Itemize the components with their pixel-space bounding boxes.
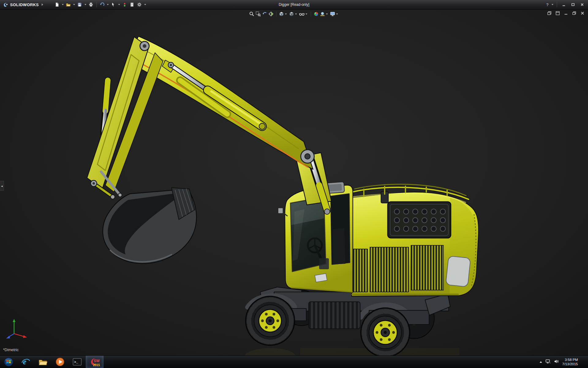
zoom-to-area-button[interactable] — [255, 11, 261, 17]
edit-appearance-ball-icon — [314, 11, 319, 17]
taskbar-clock[interactable]: 3:58 PM 7/13/2015 — [562, 358, 578, 366]
display-style-button[interactable] — [289, 11, 298, 17]
toolbar-separator — [96, 2, 97, 7]
rebuild-button[interactable] — [121, 1, 128, 8]
select-dropdown-caret-icon[interactable] — [118, 4, 120, 5]
view-orientation-button[interactable] — [279, 11, 288, 17]
taskbar-item-command-prompt[interactable]: >_ — [69, 356, 86, 368]
taskbar-item-file-explorer[interactable] — [34, 356, 51, 368]
model-canvas[interactable] — [0, 9, 588, 356]
rear-wheel — [361, 308, 410, 356]
bucket — [103, 188, 197, 263]
section-view-icon — [269, 11, 274, 17]
solidworks-app-icon: SW 2015 — [89, 357, 100, 367]
display-style-caret-icon[interactable] — [295, 13, 297, 15]
print-icon — [89, 2, 93, 7]
maximize-icon — [571, 3, 575, 6]
view-orientation-caret-icon[interactable] — [285, 13, 287, 15]
maximize-button[interactable] — [569, 2, 577, 8]
new-dropdown-caret-icon[interactable] — [62, 4, 64, 5]
zoom-to-fit-button[interactable] — [249, 11, 255, 17]
window-title: Digger [Read-only] — [279, 2, 309, 7]
clock-time: 3:58 PM — [562, 358, 578, 362]
start-button[interactable] — [0, 356, 17, 368]
tile-window-button[interactable] — [555, 10, 561, 16]
select-cursor-icon — [111, 2, 116, 7]
file-explorer-icon — [38, 358, 47, 366]
close-document-icon — [580, 11, 585, 15]
reference-triad — [5, 316, 29, 340]
options-gear-icon — [137, 2, 142, 7]
save-dropdown-caret-icon[interactable] — [85, 4, 86, 5]
select-button[interactable] — [110, 1, 117, 8]
toolbar-separator — [311, 11, 311, 17]
display-style-cube-icon — [289, 11, 294, 17]
new-document-button[interactable] — [54, 1, 61, 8]
taskbar-item-solidworks-2015[interactable]: SW 2015 — [86, 356, 104, 368]
minimize-button[interactable] — [560, 2, 568, 8]
open-button[interactable] — [65, 1, 72, 8]
restore-document-button[interactable] — [571, 10, 577, 16]
apply-scene-icon — [320, 11, 325, 17]
cascade-window-icon — [547, 11, 552, 15]
section-view-button[interactable] — [268, 11, 274, 17]
close-button[interactable] — [578, 2, 586, 8]
app-logo: SOLIDWORKS — [0, 2, 46, 8]
taskbar-item-media-player[interactable] — [51, 356, 69, 368]
media-player-icon — [55, 357, 65, 366]
x-axis-red — [14, 334, 27, 338]
help-dropdown-caret-icon[interactable] — [552, 4, 553, 5]
engine-hatch — [388, 202, 451, 238]
svg-text:2015: 2015 — [93, 363, 100, 367]
undo-button[interactable] — [99, 1, 106, 8]
options-dropdown-caret-icon[interactable] — [144, 4, 146, 5]
view-orientation-label: *Dimetric — [3, 348, 19, 352]
solidworks-window: SOLIDWORKS — [0, 0, 588, 368]
save-icon — [77, 2, 82, 7]
brand-name: SOLIDWORKS — [10, 2, 39, 7]
show-hidden-icons-button[interactable] — [540, 361, 542, 363]
tile-window-icon — [556, 11, 560, 15]
window-controls: ? — [545, 2, 588, 8]
close-document-button[interactable] — [579, 10, 586, 16]
open-dropdown-caret-icon[interactable] — [73, 4, 75, 5]
apply-scene-caret-icon[interactable] — [326, 13, 328, 15]
file-properties-button[interactable] — [129, 1, 136, 8]
file-properties-icon — [130, 2, 134, 7]
volume-tray-icon[interactable] — [554, 359, 559, 365]
toolbar-separator — [557, 2, 557, 7]
y-axis-green — [13, 319, 16, 334]
svg-text:>_: >_ — [74, 360, 78, 364]
graphics-area[interactable]: ◂ — [0, 9, 588, 356]
new-document-icon — [55, 2, 59, 7]
taskbar-item-internet-explorer[interactable]: e — [17, 356, 34, 368]
panel-collapse-tab[interactable]: ◂ — [0, 181, 4, 191]
print-button[interactable] — [88, 1, 95, 8]
windows-taskbar: e >_ SW 2015 — [0, 355, 588, 368]
zoom-to-fit-icon — [249, 11, 254, 17]
clock-date: 7/13/2015 — [562, 362, 578, 366]
undo-dropdown-caret-icon[interactable] — [107, 4, 109, 5]
front-wheel — [246, 296, 295, 345]
hide-show-items-button[interactable] — [299, 11, 309, 17]
minimize-document-icon — [564, 11, 568, 15]
apply-scene-button[interactable] — [320, 11, 329, 17]
previous-view-button[interactable] — [262, 11, 268, 17]
hide-show-caret-icon[interactable] — [306, 13, 307, 15]
dassault-3ds-icon — [2, 2, 9, 8]
open-folder-icon — [66, 2, 71, 7]
minimize-document-button[interactable] — [563, 10, 569, 16]
view-settings-caret-icon[interactable] — [336, 13, 338, 15]
options-button[interactable] — [136, 1, 143, 8]
command-prompt-icon: >_ — [73, 358, 82, 366]
system-tray: 3:58 PM 7/13/2015 — [540, 356, 588, 368]
hide-show-glasses-icon — [299, 11, 305, 17]
view-orientation-cube-icon — [279, 11, 284, 17]
view-settings-button[interactable] — [330, 11, 339, 17]
cascade-window-button[interactable] — [546, 10, 552, 16]
save-button[interactable] — [76, 1, 83, 8]
edit-appearance-button[interactable] — [313, 11, 319, 17]
help-button[interactable]: ? — [545, 2, 550, 7]
brand-expand-arrow-icon[interactable] — [42, 3, 43, 6]
network-tray-icon[interactable] — [545, 359, 551, 365]
